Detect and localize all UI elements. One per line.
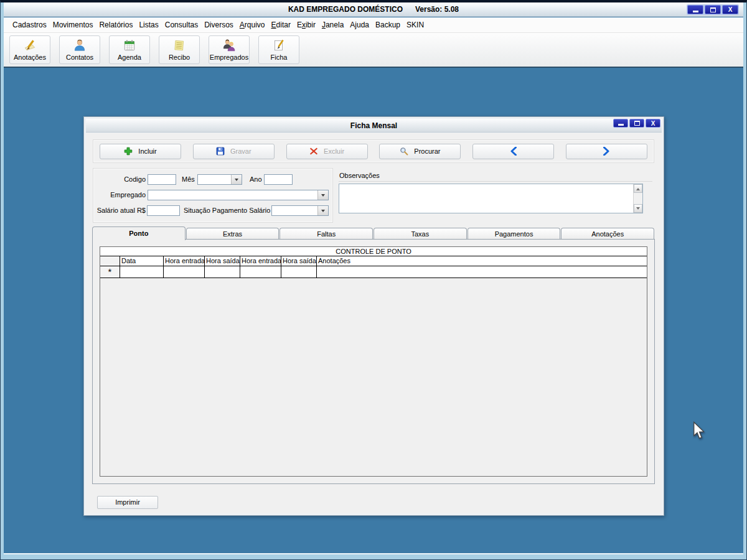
imprimir-button[interactable]: Imprimir: [97, 496, 158, 509]
grid-new-row: *: [100, 266, 647, 278]
employees-people-icon: [222, 39, 236, 52]
grid-column-anotacoes: Anotações: [317, 256, 647, 266]
toolbar-label: Agenda: [118, 54, 141, 61]
cell-anotacoes[interactable]: [317, 266, 647, 278]
mes-combobox[interactable]: [197, 174, 242, 185]
toolbar-button-anotacoes[interactable]: Anotações: [9, 35, 50, 64]
salario-input[interactable]: [147, 205, 180, 216]
grid-caption: CONTROLE DE PONTO: [100, 247, 647, 256]
empregado-dropdown-button[interactable]: [317, 190, 328, 200]
maximize-button[interactable]: [705, 5, 721, 14]
next-record-button[interactable]: [566, 144, 647, 159]
menu-item-consultas[interactable]: Consultas: [162, 19, 201, 31]
menu-bar: Cadastros Movimentos Relatórios Listas C…: [4, 17, 743, 33]
ficha-mensal-window: Ficha Mensal X Incluir: [83, 116, 664, 516]
toolbar-button-ficha[interactable]: Ficha: [258, 35, 299, 64]
close-icon: X: [728, 6, 733, 13]
excluir-button[interactable]: Excluir: [286, 144, 368, 159]
minimize-icon: [693, 11, 698, 12]
dialog-window-controls: X: [613, 119, 660, 128]
excluir-label: Excluir: [324, 147, 344, 155]
previous-record-button[interactable]: [472, 144, 554, 159]
observacoes-textarea[interactable]: [339, 184, 633, 213]
menu-item-relatorios[interactable]: Relatórios: [96, 19, 136, 31]
tab-taxas[interactable]: Taxas: [374, 228, 467, 240]
dialog-close-button[interactable]: X: [646, 119, 660, 128]
cell-data[interactable]: [120, 266, 164, 278]
tab-pagamentos[interactable]: Pagamentos: [467, 228, 561, 240]
toolbar-label: Recibo: [169, 54, 190, 61]
ano-input[interactable]: [264, 174, 293, 185]
codigo-input[interactable]: [148, 174, 176, 185]
minimize-button[interactable]: [687, 5, 703, 14]
receipt-notepad-icon: [172, 39, 186, 52]
tab-extras[interactable]: Extras: [186, 228, 280, 240]
toolbar-label: Ficha: [271, 54, 288, 61]
gravar-button[interactable]: Gravar: [193, 144, 275, 159]
tab-ponto[interactable]: Ponto: [92, 226, 186, 240]
observacoes-scrollbar[interactable]: [633, 184, 642, 213]
ano-label: Ano: [250, 174, 262, 185]
scroll-up-button[interactable]: [634, 184, 642, 193]
dialog-minimize-button[interactable]: [613, 119, 628, 128]
situacao-dropdown-button[interactable]: [317, 206, 328, 215]
procurar-button[interactable]: Procurar: [379, 144, 461, 159]
mouse-cursor: [692, 421, 706, 440]
cell-hora-saida-1[interactable]: [205, 266, 240, 278]
dialog-maximize-button[interactable]: [629, 119, 644, 128]
plus-icon: [124, 147, 133, 156]
ponto-tab-page: CONTROLE DE PONTO Data Hora entrada Hora…: [92, 239, 655, 484]
tab-anotacoes[interactable]: Anotações: [561, 228, 654, 240]
mes-label: Mês: [182, 174, 195, 185]
menu-item-movimentos[interactable]: Movimentos: [50, 19, 96, 31]
minimize-icon: [618, 124, 624, 126]
empregado-combobox[interactable]: [148, 190, 329, 200]
toolbar-button-agenda[interactable]: Agenda: [109, 35, 150, 64]
triangle-down-icon: [636, 207, 640, 212]
new-row-marker: *: [100, 266, 120, 278]
chevron-left-icon: [510, 147, 517, 156]
incluir-button[interactable]: Incluir: [100, 144, 181, 159]
scroll-down-button[interactable]: [634, 204, 642, 213]
observacoes-box: [339, 184, 643, 213]
menu-item-exibir[interactable]: Exibir: [294, 19, 319, 31]
menu-item-editar[interactable]: Editar: [268, 19, 294, 31]
menu-item-janela[interactable]: Janela: [319, 19, 347, 31]
close-button[interactable]: X: [722, 5, 738, 14]
chevron-down-icon: [235, 179, 238, 183]
main-title: KAD EMPREGADO DOMÉSTICO Versão: 5.08: [288, 5, 459, 14]
menu-item-arquivo[interactable]: Arquivo: [237, 19, 268, 31]
toolbar-button-recibo[interactable]: Recibo: [159, 35, 200, 64]
cell-hora-entrada-1[interactable]: [164, 266, 205, 278]
cell-hora-entrada-2[interactable]: [240, 266, 281, 278]
menu-item-diversos[interactable]: Diversos: [201, 19, 237, 31]
dialog-body: Incluir Gravar: [86, 133, 662, 513]
dialog-title: Ficha Mensal: [350, 121, 397, 130]
cell-hora-saida-2[interactable]: [281, 266, 317, 278]
mes-value: [199, 175, 230, 184]
grid-column-hora-entrada-2: Hora entrada: [240, 256, 281, 266]
maximize-icon: [710, 7, 716, 12]
grid-header-row: Data Hora entrada Hora saída Hora entrad…: [100, 256, 647, 266]
toolbar-button-contatos[interactable]: Contatos: [59, 35, 100, 64]
main-titlebar: KAD EMPREGADO DOMÉSTICO Versão: 5.08 X: [4, 2, 743, 17]
record-fields-group: Codigo Mês Ano Empregado: [93, 168, 333, 223]
menu-item-backup[interactable]: Backup: [372, 19, 403, 31]
delete-x-icon: [309, 147, 318, 156]
group-divider: [339, 181, 652, 182]
contact-person-icon: [73, 39, 87, 52]
tab-faltas[interactable]: Faltas: [280, 228, 373, 240]
empregado-label: Empregado: [108, 190, 146, 200]
close-icon: X: [651, 120, 655, 127]
menu-item-skin[interactable]: SKIN: [403, 19, 427, 31]
menu-item-ajuda[interactable]: Ajuda: [347, 19, 372, 31]
menu-item-cadastros[interactable]: Cadastros: [9, 19, 50, 31]
grid-column-hora-saida-2: Hora saída: [281, 256, 317, 266]
toolbar-button-empregados[interactable]: Empregados: [209, 35, 250, 64]
situacao-combobox[interactable]: [271, 205, 329, 216]
controle-de-ponto-grid: CONTROLE DE PONTO Data Hora entrada Hora…: [100, 246, 647, 477]
gravar-label: Gravar: [230, 147, 251, 155]
mes-dropdown-button[interactable]: [231, 175, 242, 184]
menu-item-listas[interactable]: Listas: [136, 19, 161, 31]
application-window: KAD EMPREGADO DOMÉSTICO Versão: 5.08 X C…: [0, 0, 747, 560]
